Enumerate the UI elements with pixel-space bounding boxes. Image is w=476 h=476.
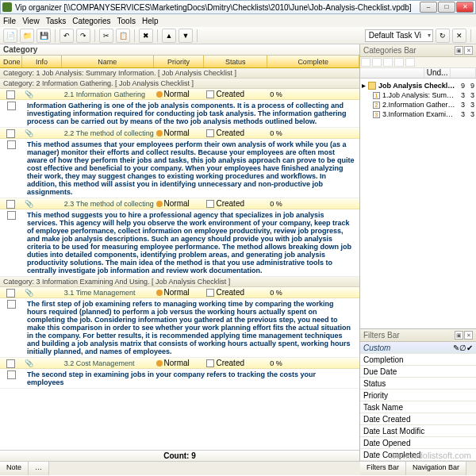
tree-label: 1.Job Analysis: Summary Inforr [382,91,455,99]
filter-status[interactable]: Status [360,378,476,390]
minimize-button[interactable]: – [420,2,437,13]
group-row[interactable]: Category: 1 Job Analysis: Summary Inform… [0,68,359,79]
group-row[interactable]: Category: 3 Information Examining And Us… [0,277,359,287]
tab-note[interactable]: Note [0,462,29,475]
done-checkbox[interactable] [0,128,22,138]
col-complete[interactable]: Complete [267,56,359,67]
priority-cell: Normal [154,89,205,99]
window-title: Vip organizer [\\COMPANYSERVICES\Marketi… [15,3,420,12]
tab-filters[interactable]: Filters Bar [360,462,406,475]
done-checkbox[interactable] [0,369,22,388]
note-row: The first step of job examining refers t… [0,298,359,358]
filter-taskname[interactable]: Task Name [360,401,476,413]
complete-cell: 0 % [267,89,359,99]
tree-node[interactable]: 3 3.Information Examining And U 33 [362,109,474,119]
new-button[interactable]: 📄 [3,29,17,43]
pin-icon[interactable]: ▣ [455,46,463,55]
menu-view[interactable]: View [22,17,40,25]
filter-due[interactable]: Due Date [360,366,476,378]
filter-opened[interactable]: Date Opened [360,437,476,449]
pin-icon[interactable]: ▣ [455,331,463,340]
filter-priority[interactable]: Priority [360,390,476,401]
col-done[interactable]: Done [0,56,22,67]
col-name[interactable]: Name [62,56,154,67]
delete-button[interactable]: ✖ [139,29,153,43]
number-icon: 2 [373,102,380,109]
tree-label: Job Analysis Checklist [378,82,455,90]
close-view-button[interactable]: ✕ [452,29,466,43]
close-button[interactable]: ✕ [456,2,474,13]
tree-label: 2.Information Gathering. [382,101,455,109]
task-row[interactable]: 📎 3.1 Time Management Normal Created 0 % [0,287,359,298]
maximize-button[interactable]: □ [438,2,455,13]
filter-modified[interactable]: Date Last Modific [360,425,476,437]
pencil-icon[interactable]: ✎ [453,342,459,353]
filter-custom[interactable]: Custom✎∅✔ [360,342,476,354]
task-row[interactable]: 📎 2.3 The method of collecting Normal Cr… [0,198,359,209]
save-button[interactable]: 💾 [36,29,51,43]
cat-edit-button[interactable] [372,58,382,67]
copy-button[interactable]: 📋 [116,29,130,43]
cat-del-button[interactable] [383,58,393,67]
filters-panel: Filters Bar ▣ ✕ Custom✎∅✔ Completion Due… [360,328,476,461]
apply-icon[interactable]: ✔ [466,342,473,353]
status-cell: Created [204,358,267,368]
right-pane: Categories Bar ▣ ✕ Und... ▸ Job Analysis… [360,44,476,461]
cat-new-button[interactable] [361,58,370,67]
status-cell: Created [204,128,267,138]
task-row[interactable]: 📎 3.2 Cost Management Normal Created 0 % [0,358,359,369]
done-checkbox[interactable] [0,100,22,127]
col-status[interactable]: Status [204,56,267,67]
titlebar: Vip organizer [\\COMPANYSERVICES\Marketi… [0,0,476,14]
col-x[interactable] [451,68,476,78]
tree-root[interactable]: ▸ Job Analysis Checklist 99 [362,80,474,90]
menu-help[interactable]: Help [142,17,159,25]
movedown-button[interactable]: ▼ [178,29,193,43]
col-priority[interactable]: Priority [154,56,205,67]
done-checkbox[interactable] [0,139,22,198]
cat-down-button[interactable] [405,58,415,67]
view-dropdown[interactable]: Default Task Vi [365,29,433,42]
tab-navigation[interactable]: Navigation Bar [406,462,466,475]
cat-up-button[interactable] [394,58,404,67]
note-row: This method suggests you to hire a profe… [0,209,359,277]
open-button[interactable]: 📁 [20,29,34,43]
tree-node[interactable]: 2 2.Information Gathering. 33 [362,100,474,109]
menu-categories[interactable]: Categories [72,17,110,25]
status-cell: Created [204,89,267,99]
redo-button[interactable]: ↷ [76,29,90,43]
name-cell: 3.1 Time Management [62,287,154,298]
task-row[interactable]: 📎 2.1 Information Gathering Normal Creat… [0,89,359,100]
menubar: File View Tasks Categories Tools Help [0,14,476,27]
task-row[interactable]: 📎 2.2 The method of collecting Normal Cr… [0,128,359,139]
done-checkbox[interactable] [0,358,22,368]
separator-icon [55,29,56,42]
menu-tools[interactable]: Tools [117,17,136,25]
name-cell: 3.2 Cost Management [62,358,154,368]
undo-button[interactable]: ↶ [60,29,74,43]
priority-cell: Normal [154,287,205,298]
done-checkbox[interactable] [0,287,22,298]
number-icon: 3 [373,111,380,118]
filter-completion[interactable]: Completion [360,354,476,366]
done-checkbox[interactable] [0,209,22,276]
filter-created[interactable]: Date Created [360,413,476,425]
refresh-button[interactable]: ↻ [436,29,450,43]
group-row[interactable]: Category: 2 Information Gathering. [ Job… [0,79,359,89]
moveup-button[interactable]: ▲ [162,29,176,43]
window-buttons: – □ ✕ [420,2,474,13]
close-panel-icon[interactable]: ✕ [464,331,473,340]
cut-button[interactable]: ✂ [99,29,113,43]
done-checkbox[interactable] [0,198,22,209]
close-panel-icon[interactable]: ✕ [464,46,473,55]
separator-icon [134,29,135,42]
tab-ellipsis[interactable]: … [29,462,49,475]
tree-node[interactable]: 1 1.Job Analysis: Summary Inforr 33 [362,90,474,100]
col-und[interactable]: Und... [424,68,451,78]
col-info[interactable]: Info [22,56,62,67]
menu-file[interactable]: File [3,17,16,25]
clear-icon[interactable]: ∅ [459,342,466,353]
done-checkbox[interactable] [0,298,22,357]
menu-tasks[interactable]: Tasks [46,17,67,25]
done-checkbox[interactable] [0,89,22,99]
